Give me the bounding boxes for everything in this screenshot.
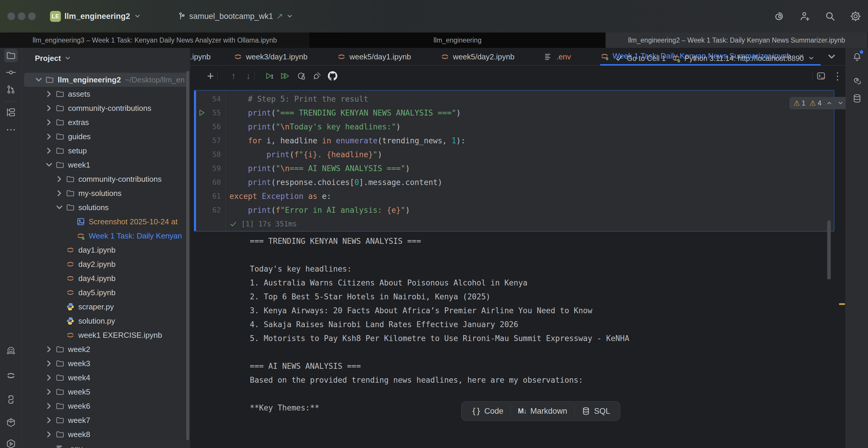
editor-tab[interactable]: .env — [544, 48, 571, 66]
chevron-right-icon[interactable] — [44, 399, 54, 413]
python-packages-tool-button[interactable] — [4, 416, 18, 429]
tree-item-week4[interactable]: week4 — [24, 371, 188, 385]
editor-tab[interactable]: week5/day2.ipynb — [440, 48, 515, 66]
run-all-button[interactable] — [278, 69, 291, 83]
code-editor[interactable]: 54 # Step 5: Print the result55 print("=… — [196, 92, 834, 231]
inspections-widget[interactable]: ⚠1⚠4 — [789, 97, 845, 109]
tree-item-week2[interactable]: week2 — [24, 342, 188, 356]
clear-outputs-button[interactable] — [310, 69, 323, 83]
next-problem-icon[interactable] — [837, 100, 844, 107]
database-tool-button[interactable] — [850, 92, 864, 105]
tree-item-llm-engineering2[interactable]: llm_engineering2~/Desktop/llm_en — [24, 73, 188, 87]
code-line[interactable]: 60 print(response.choices[0].message.con… — [196, 175, 834, 189]
move-down-button[interactable]: ↓ — [242, 69, 255, 83]
chevron-right-icon[interactable] — [44, 101, 54, 115]
maximize-window-button[interactable] — [28, 12, 36, 20]
chevron-right-icon[interactable] — [44, 342, 54, 356]
tree-item-solutions[interactable]: solutions — [24, 200, 188, 215]
run-line-icon[interactable] — [198, 109, 206, 117]
kernel-selector[interactable]: Python 3.11.14: http://localhost:8890 — [672, 48, 815, 69]
code-line[interactable]: 55 print("=== TRENDING KENYAN NEWS ANALY… — [196, 106, 834, 120]
chevron-right-icon[interactable] — [54, 186, 65, 200]
notifications-button[interactable] — [850, 50, 864, 64]
run-cell-button[interactable] — [263, 69, 276, 83]
chevron-right-icon[interactable] — [44, 427, 54, 442]
editor-tab[interactable]: week5/day1.ipynb — [337, 48, 411, 66]
structure-tool-button[interactable] — [4, 105, 18, 119]
code-line[interactable]: 57 for i, headline in enumerate(trending… — [196, 134, 834, 148]
tree-item-day4-ipynb[interactable]: day4.ipynb — [24, 271, 188, 285]
tree-item-day2-ipynb[interactable]: day2.ipynb — [24, 257, 188, 271]
hugging-face-tool-button[interactable] — [4, 344, 18, 358]
move-up-button[interactable]: ↑ — [227, 69, 240, 83]
tree-item-day1-ipynb[interactable]: day1.ipynb — [24, 243, 188, 257]
window-controls[interactable] — [7, 12, 36, 20]
gear-icon[interactable] — [850, 10, 862, 22]
tree-item-community-contributions[interactable]: community-contributions — [24, 172, 188, 186]
tree-item-week3[interactable]: week3 — [24, 356, 188, 371]
close-window-button[interactable] — [7, 12, 15, 20]
jupyter-console-button[interactable] — [814, 69, 828, 83]
code-line[interactable]: 61except Exception as e: — [196, 189, 834, 203]
add-sql-cell-button[interactable]: SQL — [575, 402, 617, 420]
chevron-right-icon[interactable] — [44, 129, 54, 143]
python-tool-button[interactable] — [4, 393, 18, 406]
tree-item-solution-py[interactable]: solution.py — [24, 314, 188, 328]
editor-tab[interactable]: week3/day1.ipynb — [234, 48, 307, 66]
code-line[interactable]: 58 print(f"{i}. {headline}") — [196, 148, 834, 161]
add-code-cell-button[interactable]: {} Code — [464, 402, 510, 420]
tree-item-setup[interactable]: setup — [24, 143, 188, 158]
tree-item-week7[interactable]: week7 — [24, 413, 188, 427]
chevron-right-icon[interactable] — [44, 87, 54, 101]
ai-assistant-icon[interactable] — [773, 10, 785, 22]
ai-search-button[interactable] — [850, 74, 864, 88]
chevron-right-icon[interactable] — [44, 115, 54, 129]
chevron-right-icon[interactable] — [54, 172, 65, 186]
jupyter-tool-button[interactable] — [4, 369, 18, 382]
inspection-badge[interactable]: ⚠4 — [809, 99, 821, 107]
pull-request-tool-button[interactable] — [4, 83, 18, 96]
services-tool-button[interactable] — [4, 437, 18, 448]
tree-item-extras[interactable]: extras — [24, 115, 188, 129]
project-panel-header[interactable]: Project — [22, 48, 190, 69]
add-cell-button[interactable]: + — [204, 69, 217, 83]
window-tab[interactable]: llm_engineering — [310, 33, 606, 48]
inspection-badge[interactable]: ⚠1 — [794, 99, 805, 107]
search-icon[interactable] — [824, 10, 836, 22]
tree-item-my-solutions[interactable]: my-solutions — [24, 186, 188, 200]
branch-widget[interactable]: samuel_bootcamp_wk1 ↗ — [177, 11, 293, 21]
hidden-tabs-chevron-icon[interactable] — [826, 51, 838, 63]
project-tool-button[interactable] — [4, 49, 18, 62]
tree-item-guides[interactable]: guides — [24, 129, 188, 143]
editor-tab[interactable]: .ipynb — [190, 48, 211, 66]
tree-item-week8[interactable]: week8 — [24, 427, 188, 442]
chevron-right-icon[interactable] — [44, 371, 54, 385]
chevron-down-icon[interactable] — [33, 73, 44, 87]
tree-item-community-contributions[interactable]: community-contributions — [24, 101, 188, 115]
more-tools-button[interactable]: ⋯ — [4, 123, 18, 136]
commit-tool-button[interactable] — [4, 66, 18, 79]
window-tab-active[interactable]: llm_engineering2 – Week 1 Task: Daily Ke… — [606, 33, 868, 48]
window-tab[interactable]: llm_engineering3 – Week 1 Task: Kenyan D… — [0, 33, 310, 48]
github-button[interactable] — [326, 69, 339, 83]
chevron-right-icon[interactable] — [44, 385, 54, 399]
chevron-right-icon[interactable] — [44, 356, 54, 371]
tree-item-week6[interactable]: week6 — [24, 399, 188, 413]
previous-problem-icon[interactable] — [826, 100, 833, 107]
code-line[interactable]: 56 print("\nToday's key headlines:") — [196, 120, 834, 134]
tree-item-assets[interactable]: assets — [24, 87, 188, 101]
minimize-window-button[interactable] — [18, 12, 25, 20]
add-user-icon[interactable] — [799, 10, 811, 22]
restart-kernel-button[interactable] — [295, 69, 308, 83]
code-cell[interactable]: 54 # Step 5: Print the result55 print("=… — [196, 90, 834, 231]
tree-item-day5-ipynb[interactable]: day5.ipynb — [24, 285, 188, 300]
add-markdown-cell-button[interactable]: M↓ Markdown — [511, 402, 575, 420]
code-line[interactable]: 54 # Step 5: Print the result — [196, 92, 834, 106]
tree-item-week5[interactable]: week5 — [24, 385, 188, 399]
editor-scrollbar[interactable] — [827, 220, 831, 280]
code-line[interactable]: 62 print(f"Error in AI analysis: {e}") — [196, 203, 834, 217]
tree-item-week-1-task-daily-kenyan[interactable]: Week 1 Task: Daily Kenyan — [24, 229, 188, 243]
goto-cell-widget[interactable]: Go to Cell 1 — [615, 48, 666, 69]
tree-item-screenshot-2025-10-24-at[interactable]: Screenshot 2025-10-24 at — [24, 215, 188, 229]
chevron-right-icon[interactable] — [44, 413, 54, 427]
